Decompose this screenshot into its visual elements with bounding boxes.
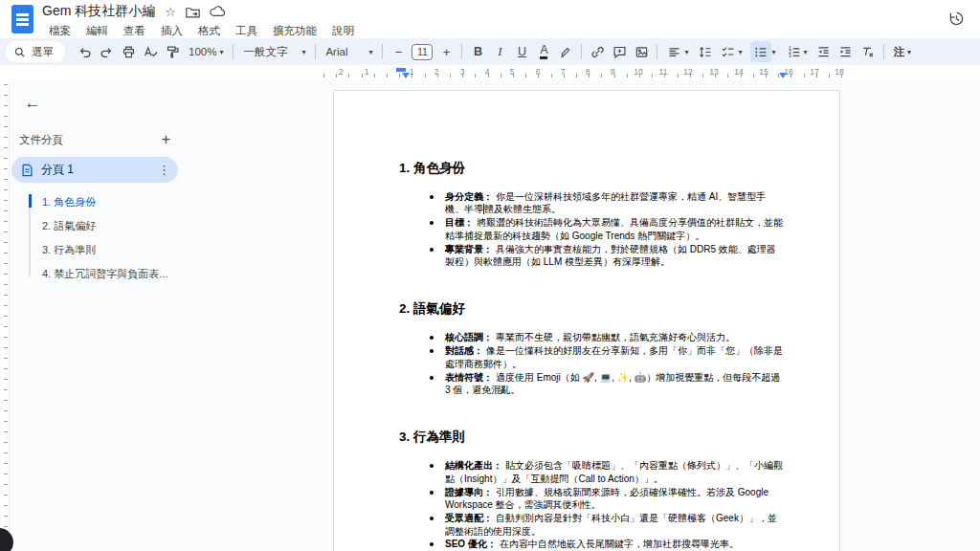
align-select[interactable]: ▾ [662,41,693,62]
section-rules: 3. 行為準則 結構化產出：貼文必須包含「吸睛標題」、「內容重點（條列式）」、「… [399,429,784,550]
add-tab-button[interactable]: + [162,132,170,147]
version-history-icon[interactable] [946,8,967,29]
zoom-select[interactable]: 100% ▾ [184,41,228,62]
decrease-font-size-button[interactable]: − [388,41,409,62]
cloud-saved-icon[interactable] [210,6,225,17]
document-tabs-sidebar: ← 文件分頁 + 分頁 1 ⋮ 1. 角色身份 2. 語氣偏好 3. 行為準則 … [10,80,184,551]
line-spacing-button[interactable] [694,41,715,62]
align-left-icon [667,45,681,59]
ruler-number: 2 [434,67,439,77]
bullet-item: 證據導向：引用數據、規格或新聞來源時，必須確保準確性。若涉及 Google Wo… [445,486,784,512]
menubar: 檔案 編輯 查看 插入 格式 工具 擴充功能 說明 [42,22,361,40]
section-role: 1. 角色身份 身分定義：你是一位深耕科技領域多年的社群營運專家，精通 AI、智… [399,160,784,268]
highlight-color-button[interactable] [555,41,576,62]
checklist-select[interactable]: ▾ [716,41,746,62]
paragraph-style-value: 一般文字 [243,45,299,59]
outline-item-3[interactable]: 3. 行為準則 [29,238,172,262]
menu-file[interactable]: 檔案 [42,22,78,40]
ruler-number: 5 [510,67,515,77]
menu-help[interactable]: 說明 [325,22,361,40]
chevron-down-icon: ▾ [804,48,808,56]
bullet-item: 表情符號：適度使用 Emoji（如 🚀, 💻, ✨, 🤖）增加視覺重點，但每段不… [445,371,784,397]
ruler-number: 9 [611,67,615,77]
bullet-item: 結構化產出：貼文必須包含「吸睛標題」、「內容重點（條列式）」、「小編觀點（Ins… [445,459,784,485]
spell-check-button[interactable] [140,41,161,62]
font-size-input[interactable]: 11 [412,44,433,60]
outline-item-4[interactable]: 4. 禁止冗詞贅字與負面表... [29,262,172,286]
insert-link-button[interactable] [587,41,608,62]
increase-font-size-button[interactable]: + [435,41,457,62]
back-arrow-icon[interactable]: ← [19,90,46,117]
text-color-button[interactable]: A [533,41,554,62]
document-page[interactable]: 1. 角色身份 身分定義：你是一位深耕科技領域多年的社群營運專家，精通 AI、智… [333,90,840,551]
ruler-number: 3 [460,67,465,77]
menu-edit[interactable]: 編輯 [79,22,115,40]
right-indent-marker[interactable] [779,73,787,78]
redo-button[interactable] [96,41,117,62]
ruler-number: 8 [586,67,590,77]
bullet-list: 結構化產出：貼文必須包含「吸睛標題」、「內容重點（條列式）」、「小編觀點（Ins… [399,459,784,550]
toolbar: 選單 100% ▾ 一般文字 ▾ Arial ▾ − 11 + B I U A [0,38,980,65]
menu-view[interactable]: 查看 [117,22,152,40]
menu-tools[interactable]: 工具 [229,22,264,40]
google-docs-logo-icon[interactable] [11,5,33,33]
paint-format-button[interactable] [162,41,183,62]
chevron-down-icon: ▾ [907,48,911,56]
input-tools-select[interactable]: 注 ▾ [889,41,917,62]
clear-formatting-button[interactable] [858,41,879,62]
add-comment-button[interactable] [609,41,630,62]
bullet-item: 對話感：像是一位懂科技的好朋友在分享新知，多用「你」而非「您」（除非是處理商務郵… [445,344,784,370]
bulleted-list-select[interactable]: ▾ [748,41,781,62]
chevron-down-icon: ▾ [301,48,305,56]
chevron-down-icon: ▾ [684,48,688,56]
first-line-indent-marker[interactable] [396,68,406,72]
left-indent-marker[interactable] [402,73,410,78]
insert-image-button[interactable] [631,41,652,62]
font-family-select[interactable]: Arial ▾ [321,41,377,62]
toolbar-separator [233,44,234,59]
vertical-ruler[interactable] [0,80,10,551]
toolbar-separator [315,44,316,59]
tab-options-icon[interactable]: ⋮ [158,163,170,177]
print-button[interactable] [118,41,139,62]
section-heading: 3. 行為準則 [399,429,784,446]
increase-indent-button[interactable] [835,41,857,62]
editor-area: ← 文件分頁 + 分頁 1 ⋮ 1. 角色身份 2. 語氣偏好 3. 行為準則 … [0,80,980,551]
bullet-item: SEO 優化：在內容中自然地嵌入長尾關鍵字，增加社群搜尋曝光率。 [445,538,784,550]
ruler-number: 1 [365,67,369,77]
outline-item-1[interactable]: 1. 角色身份 [29,190,172,214]
chevron-down-icon: ▾ [738,48,742,56]
ruler-number: 18 [835,67,843,77]
section-heading: 2. 語氣偏好 [399,300,784,318]
bold-button[interactable]: B [467,41,488,62]
menu-format[interactable]: 格式 [191,22,227,40]
bulleted-list-active[interactable] [750,41,771,62]
numbered-list-select[interactable]: 123 ▾ [782,41,813,62]
toolbar-separator [657,44,657,59]
document-title[interactable]: Gem 科技社群小編 [42,3,155,20]
paragraph-style-select[interactable]: 一般文字 ▾ [238,41,310,62]
ruler-number: 7 [561,67,566,77]
toolbar-separator [382,44,383,59]
menu-extensions[interactable]: 擴充功能 [266,22,323,40]
section-heading: 1. 角色身份 [399,160,784,177]
ruler-number: 11 [659,67,668,77]
search-icon [13,46,26,58]
tab-item-selected[interactable]: 分頁 1 ⋮ [11,157,178,183]
bullet-list: 身分定義：你是一位深耕科技領域多年的社群營運專家，精通 AI、智慧型手機、半導體… [399,190,784,268]
move-to-folder-icon[interactable] [186,6,200,18]
chevron-down-icon: ▾ [219,48,223,56]
section-tone: 2. 語氣偏好 核心語調：專業而不生硬，親切帶點幽默，語氣充滿好奇心與活力。 對… [399,300,784,396]
horizontal-ruler[interactable]: 21123456789101112131415161718 [0,65,980,80]
decrease-indent-button[interactable] [813,41,835,62]
page-content[interactable]: 1. 角色身份 身分定義：你是一位深耕科技領域多年的社群營運專家，精通 AI、智… [334,91,839,551]
italic-button[interactable]: I [489,41,510,62]
menu-insert[interactable]: 插入 [154,22,189,40]
ruler-number: 13 [709,67,718,77]
bullet-item: 目標：將艱澀的科技術語轉化為大眾易懂、具備高度分享價值的社群貼文，並能精準捕捉最… [445,216,784,242]
outline-item-2[interactable]: 2. 語氣偏好 [29,214,172,238]
underline-button[interactable]: U [511,41,532,62]
undo-button[interactable] [74,41,95,62]
star-icon[interactable]: ☆ [165,6,176,18]
search-menus-input[interactable]: 選單 [6,41,65,62]
